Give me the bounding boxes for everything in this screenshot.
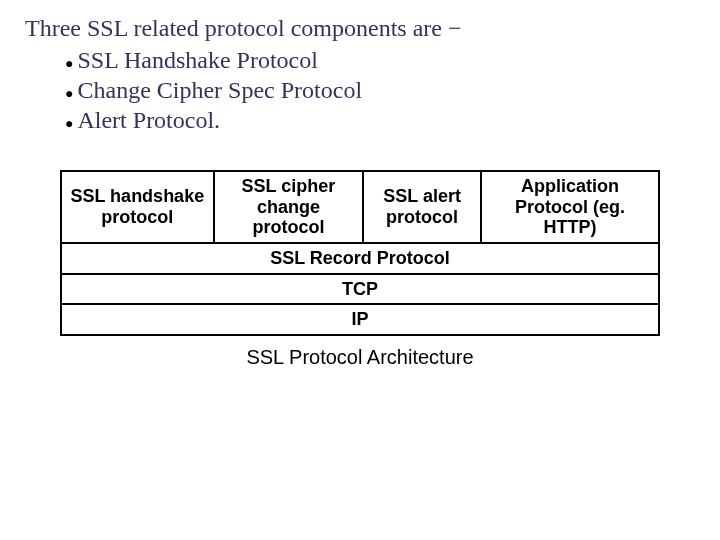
list-item: ● Alert Protocol. xyxy=(65,105,695,135)
protocol-table: SSL handshake protocol SSL cipher change… xyxy=(60,170,660,336)
list-item: ● SSL Handshake Protocol xyxy=(65,45,695,75)
table-row: TCP xyxy=(61,274,659,305)
cell-cipher-change: SSL cipher change protocol xyxy=(214,171,364,243)
cell-handshake: SSL handshake protocol xyxy=(61,171,214,243)
bullet-text: Alert Protocol. xyxy=(77,105,220,135)
cell-app-protocol: Application Protocol (eg. HTTP) xyxy=(481,171,659,243)
table-row: SSL handshake protocol SSL cipher change… xyxy=(61,171,659,243)
bullet-text: Change Cipher Spec Protocol xyxy=(77,75,362,105)
bullet-dot-icon: ● xyxy=(65,55,73,73)
list-item: ● Change Cipher Spec Protocol xyxy=(65,75,695,105)
diagram-caption: SSL Protocol Architecture xyxy=(60,346,660,369)
cell-ip: IP xyxy=(61,304,659,335)
protocol-diagram: SSL handshake protocol SSL cipher change… xyxy=(60,170,660,369)
bullet-text: SSL Handshake Protocol xyxy=(77,45,317,75)
table-row: IP xyxy=(61,304,659,335)
cell-tcp: TCP xyxy=(61,274,659,305)
cell-alert: SSL alert protocol xyxy=(363,171,481,243)
bullet-dot-icon: ● xyxy=(65,115,73,133)
bullet-list: ● SSL Handshake Protocol ● Change Cipher… xyxy=(65,45,695,135)
table-row: SSL Record Protocol xyxy=(61,243,659,274)
cell-record-protocol: SSL Record Protocol xyxy=(61,243,659,274)
bullet-dot-icon: ● xyxy=(65,85,73,103)
intro-text: Three SSL related protocol components ar… xyxy=(25,15,695,42)
